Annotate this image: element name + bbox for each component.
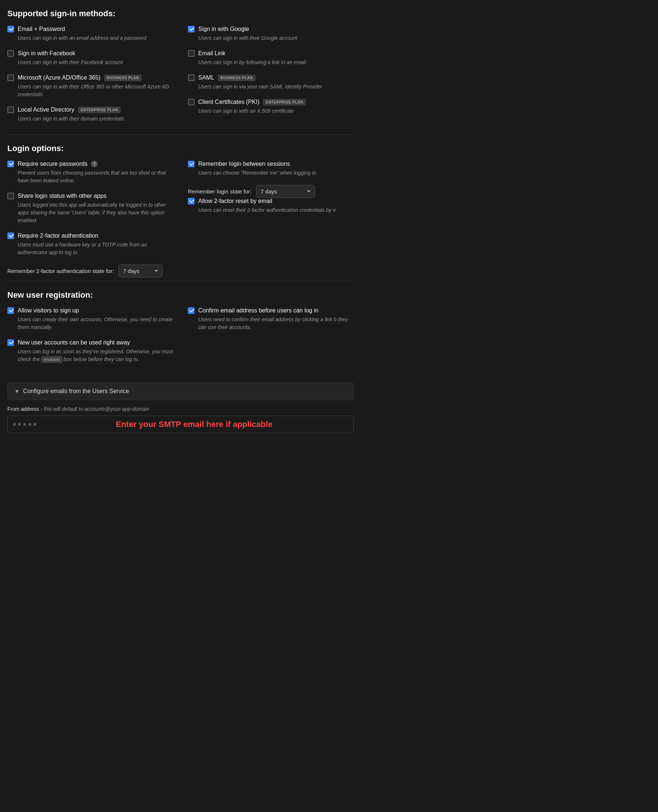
option-label-require_2fa: Require 2-factor authentication [7,232,173,239]
option-text-google: Sign in with Google [198,26,249,33]
option-text-confirm_email: Confirm email address before users can l… [198,307,318,314]
sign-in-left-col: Email + PasswordUsers can sign in with a… [7,26,173,131]
from-address-row: From address - this will default to acco… [7,406,354,412]
checkbox-confirm_email[interactable] [188,307,194,314]
option-block-local_ad: Local Active DirectoryENTERPRISE PLANUse… [7,107,173,123]
badge-enterprise: ENTERPRISE PLAN [263,99,306,105]
option-text-remember_login: Remember login between sessions [198,161,290,167]
option-label-confirm_email: Confirm email address before users can l… [188,307,354,314]
option-desc-email_link: Users can sign in by following a link in… [198,59,354,66]
badge-enterprise: ENTERPRISE PLAN [78,107,121,113]
sign-in-methods-title: Supported sign-in methods: [7,9,354,19]
option-block-confirm_email: Confirm email address before users can l… [188,307,354,331]
checkbox-google[interactable] [188,26,194,33]
smtp-dots [13,423,36,426]
checkbox-new_accounts_right_away[interactable] [7,339,14,346]
remember-2fa-label: Remember 2-factor authentication state f… [7,268,114,274]
page-container: Supported sign-in methods: Email + Passw… [7,9,354,433]
option-label-google: Sign in with Google [188,26,354,33]
option-text-allow_signup: Allow visitors to sign up [18,307,79,314]
option-block-microsoft: Microsoft (Azure AD/Office 365)BUSINESS … [7,74,173,98]
checkbox-allow_signup[interactable] [7,307,14,314]
option-desc-new_accounts_right_away: Users can log in as soon as they've regi… [18,348,173,363]
remember-login-state-select[interactable]: 7 days1 day30 days90 daysNever [256,185,315,198]
option-desc-local_ad: Users can sign in with their domain cred… [18,115,173,123]
enabled-badge: enabled [41,356,62,363]
option-block-remember_login: Remember login between sessionsUsers can… [188,161,354,177]
option-text-email_link: Email Link [198,50,226,57]
smtp-placeholder-text: Enter your SMTP email here if applicable [40,420,348,429]
option-label-client_certs: Client Certificates (PKI)ENTERPRISE PLAN [188,99,354,105]
checkbox-client_certs[interactable] [188,99,194,105]
login-options-grid: Require secure passwords?Prevent users f… [7,161,354,277]
option-block-saml: SAMLBUSINESS PLANUsers can sign in via y… [188,74,354,91]
checkbox-share_login_status[interactable] [7,193,14,199]
option-label-saml: SAMLBUSINESS PLAN [188,74,354,81]
option-block-require_2fa: Require 2-factor authenticationUsers mus… [7,232,173,256]
checkbox-local_ad[interactable] [7,107,14,113]
checkbox-email_password[interactable] [7,26,14,33]
option-block-email_link: Email LinkUsers can sign in by following… [188,50,354,66]
option-text-saml: SAML [198,74,215,81]
checkbox-facebook[interactable] [7,50,14,57]
option-label-remember_login: Remember login between sessions [188,161,354,167]
option-desc-facebook: Users can sign in with their Facebook ac… [18,59,173,66]
sign-in-methods-grid: Email + PasswordUsers can sign in with a… [7,26,354,131]
remember-2fa-select[interactable]: 7 days1 day30 days90 daysNever [118,265,163,277]
option-text-allow_2fa_reset: Allow 2-factor reset by email [198,198,272,204]
checkbox-require_2fa[interactable] [7,232,14,239]
option-desc-saml: Users can sign in via your own SAML Iden… [198,83,354,91]
option-desc-remember_login: Users can choose "Remember me" when logg… [198,169,354,177]
login-options-title: Login options: [7,144,354,153]
remember-2fa-state-row: Remember 2-factor authentication state f… [7,265,173,277]
option-block-allow_signup: Allow visitors to sign upUsers can creat… [7,307,173,331]
new-user-reg-section: New user registration: Allow visitors to… [7,290,354,372]
option-block-share_login_status: Share login status with other appsUsers … [7,193,173,224]
login-left-col: Require secure passwords?Prevent users f… [7,161,173,277]
sign-in-methods-section: Supported sign-in methods: Email + Passw… [7,9,354,131]
smtp-dot [23,423,26,426]
divider-1 [7,135,354,135]
configure-emails-bar[interactable]: ▼ Configure emails from the Users Servic… [7,382,354,400]
option-block-facebook: Sign in with FacebookUsers can sign in w… [7,50,173,66]
option-label-allow_signup: Allow visitors to sign up [7,307,173,314]
option-desc-allow_signup: Users can create their own accounts. Oth… [18,316,173,331]
option-desc-require_secure_passwords: Prevent users from choosing passwords th… [18,169,173,185]
configure-emails-label: Configure emails from the Users Service [23,388,129,395]
option-text-new_accounts_right_away: New user accounts can be used right away [18,339,130,346]
badge-business: BUSINESS PLAN [218,75,256,81]
option-text-microsoft: Microsoft (Azure AD/Office 365) [18,74,100,81]
option-block-allow_2fa_reset: Allow 2-factor reset by emailUsers can r… [188,198,354,214]
option-label-require_secure_passwords: Require secure passwords? [7,161,173,167]
option-desc-client_certs: Users can sign in with an X.509 certific… [198,107,354,115]
help-icon[interactable]: ? [91,161,98,167]
option-desc-share_login_status: Users logged into this app will automati… [18,201,173,224]
option-label-new_accounts_right_away: New user accounts can be used right away [7,339,173,346]
option-text-share_login_status: Share login status with other apps [18,193,107,199]
checkbox-microsoft[interactable] [7,74,14,81]
sign-in-right-col: Sign in with GoogleUsers can sign in wit… [188,26,354,131]
smtp-dot [28,423,31,426]
chevron-down-icon: ▼ [14,388,20,394]
option-desc-require_2fa: Users must use a hardware key or a TOTP … [18,241,173,256]
reg-right-col: Confirm email address before users can l… [188,307,354,372]
from-address-static: From address - [7,406,42,412]
option-desc-allow_2fa_reset: Users can reset their 2-factor authentic… [198,206,354,214]
checkbox-allow_2fa_reset[interactable] [188,198,194,204]
checkbox-email_link[interactable] [188,50,194,57]
new-user-reg-grid: Allow visitors to sign upUsers can creat… [7,307,354,372]
option-label-facebook: Sign in with Facebook [7,50,173,57]
smtp-input-row[interactable]: Enter your SMTP email here if applicable [7,415,354,433]
option-text-local_ad: Local Active Directory [18,107,74,113]
login-options-section: Login options: Require secure passwords?… [7,144,354,277]
smtp-dot [33,423,36,426]
option-label-email_password: Email + Password [7,26,173,33]
checkbox-saml[interactable] [188,74,194,81]
option-block-require_secure_passwords: Require secure passwords?Prevent users f… [7,161,173,185]
option-text-client_certs: Client Certificates (PKI) [198,99,259,105]
checkbox-require_secure_passwords[interactable] [7,161,14,167]
checkbox-remember_login[interactable] [188,161,194,167]
from-address-italic: this will default to accounts@your-app-d… [44,406,149,412]
option-text-facebook: Sign in with Facebook [18,50,75,57]
option-block-client_certs: Client Certificates (PKI)ENTERPRISE PLAN… [188,99,354,115]
